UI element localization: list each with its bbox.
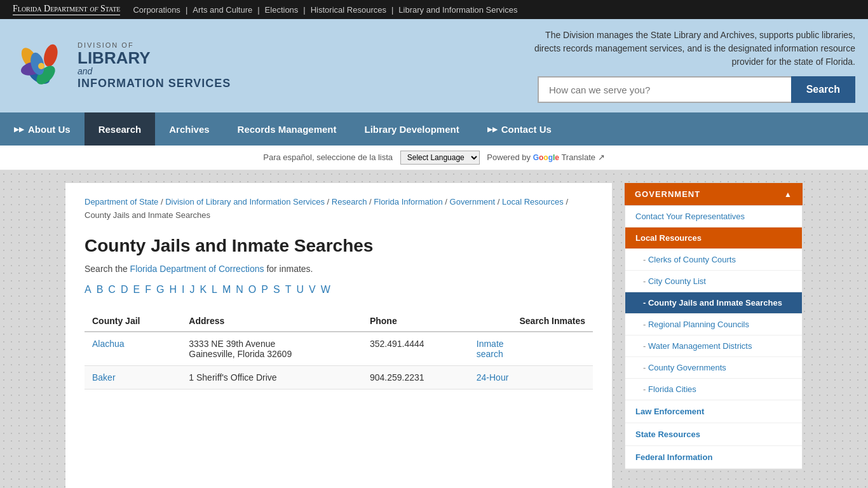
alpha-w[interactable]: W [321,284,330,295]
jail-search-baker: 24-Hour [469,366,593,390]
sidebar-water-management[interactable]: Water Management Districts [625,336,802,357]
alpha-k[interactable]: K [200,284,207,295]
top-link-elections[interactable]: Elections [265,5,299,15]
sidebar-title-text: GOVERNMENT [635,189,700,199]
alpha-f[interactable]: F [145,284,151,295]
alpha-g[interactable]: G [156,284,164,295]
jail-address-baker: 1 Sheriff's Office Drive [181,366,362,390]
translate-text: Translate ↗ [561,152,604,162]
top-link-corporations[interactable]: Corporations [133,5,180,15]
nav-research[interactable]: Research [85,112,156,146]
sidebar-section-title[interactable]: GOVERNMENT ▲ [625,183,803,205]
breadcrumb-government[interactable]: Government [450,197,496,207]
alpha-links: A B C D E F G H I J K L M N O P S T U V [85,284,593,295]
alpha-m[interactable]: M [222,284,231,295]
search-input[interactable] [538,76,791,103]
col-search-inmates: Search Inmates [469,311,593,332]
header-right: The Division manages the State Library a… [256,29,855,103]
alpha-s[interactable]: S [273,284,280,295]
breadcrumb: Department of State / Division of Librar… [85,196,593,222]
sidebar-city-county[interactable]: City County List [625,271,802,292]
col-phone: Phone [362,311,469,332]
content-wrapper: Department of State / Division of Librar… [53,170,815,488]
page-subtitle: Search the Florida Department of Correct… [85,264,593,274]
svg-point-6 [38,63,44,69]
division-logo-icon [13,37,70,95]
search-button[interactable]: Search [791,76,855,103]
header-logo: DIVISION OF LIBRARY and INFORMATION SERV… [13,37,231,95]
sidebar-county-jails[interactable]: County Jails and Inmate Searches [625,292,802,314]
jail-address-alachua: 3333 NE 39th Avenue Gainesville, Florida… [181,332,362,366]
sidebar-regional-planning[interactable]: Regional Planning Councils [625,314,802,336]
breadcrumb-florida-info[interactable]: Florida Information [374,197,442,207]
alpha-d[interactable]: D [121,284,128,295]
alpha-h[interactable]: H [169,284,177,295]
top-bar: Florida Department of State Corporations… [0,0,868,19]
sidebar-local-resources[interactable]: Local Resources [625,227,802,249]
nav-contact-us[interactable]: ▶▶ Contact Us [473,112,566,146]
alpha-c[interactable]: C [108,284,116,295]
header: DIVISION OF LIBRARY and INFORMATION SERV… [0,19,868,112]
alpha-v[interactable]: V [309,284,316,295]
nav-library-development[interactable]: Library Development [350,112,473,146]
alpha-p[interactable]: P [261,284,268,295]
page-background: Department of State / Division of Librar… [0,170,868,488]
alpha-o[interactable]: O [248,284,256,295]
sidebar-contact-reps[interactable]: Contact Your Representatives [625,206,802,227]
google-logo: Google [533,153,562,162]
sidebar-florida-cities[interactable]: Florida Cities [625,379,802,400]
table-row: Alachua 3333 NE 39th Avenue Gainesville,… [85,332,593,366]
jail-name-alachua: Alachua [85,332,181,366]
breadcrumb-division[interactable]: Division of Library and Information Serv… [165,197,325,207]
breadcrumb-research[interactable]: Research [332,197,367,207]
col-county-jail: County Jail [85,311,181,332]
jail-link-baker[interactable]: Baker [92,372,116,383]
jail-phone-alachua: 352.491.4444 [362,332,469,366]
alpha-u[interactable]: U [296,284,304,295]
inmate-search-link-baker[interactable]: 24-Hour [477,372,509,383]
alpha-j[interactable]: J [189,284,194,295]
alpha-b[interactable]: B [97,284,104,295]
corrections-link[interactable]: Florida Department of Corrections [130,264,264,274]
and-label: and [78,66,231,77]
nav-about-us[interactable]: ▶▶ About Us [0,112,85,146]
alpha-i[interactable]: I [182,284,184,295]
chevron-up-icon: ▲ [784,190,792,199]
alpha-t[interactable]: T [285,284,292,295]
sidebar-county-govts[interactable]: County Governments [625,357,802,379]
search-bar: Search [538,76,855,103]
sidebar-nav: Contact Your Representatives Local Resou… [625,205,803,470]
alpha-e[interactable]: E [133,284,140,295]
sidebar-state-resources[interactable]: State Resources [625,423,802,446]
breadcrumb-current: County Jails and Inmate Searches [85,210,210,220]
main-content: Department of State / Division of Librar… [65,183,612,488]
inmate-search-link-alachua[interactable]: Inmatesearch [477,339,504,359]
about-us-arrow: ▶▶ [14,126,24,133]
page-title: County Jails and Inmate Searches [85,235,593,257]
translation-bar: Para español, seleccione de la lista Sel… [0,146,868,170]
alpha-n[interactable]: N [236,284,243,295]
sidebar-law-enforcement[interactable]: Law Enforcement [625,400,802,423]
logo-text: DIVISION OF LIBRARY and INFORMATION SERV… [78,41,231,91]
col-address: Address [181,311,362,332]
language-select[interactable]: Select Language [400,151,480,165]
contact-us-arrow: ▶▶ [487,126,498,133]
county-jails-table: County Jail Address Phone Search Inmates… [85,311,593,390]
top-link-historical[interactable]: Historical Resources [311,5,386,15]
sidebar-federal-info[interactable]: Federal Information [625,446,802,469]
sidebar-clerks[interactable]: Clerks of County Courts [625,249,802,271]
top-bar-links: Corporations | Arts and Culture | Electi… [133,5,517,15]
jail-link-alachua[interactable]: Alachua [92,339,125,349]
breadcrumb-dept-state[interactable]: Department of State [85,197,158,207]
top-link-arts[interactable]: Arts and Culture [193,5,252,15]
alpha-l[interactable]: L [212,284,217,295]
nav-records-management[interactable]: Records Management [224,112,351,146]
sidebar: GOVERNMENT ▲ Contact Your Representative… [625,183,803,488]
top-link-library[interactable]: Library and Information Services [398,5,517,15]
library-label: LIBRARY [78,50,231,66]
header-description: The Division manages the State Library a… [525,29,855,69]
nav-archives[interactable]: Archives [155,112,223,146]
svg-point-1 [42,43,60,68]
breadcrumb-local-resources[interactable]: Local Resources [502,197,564,207]
alpha-a[interactable]: A [85,284,92,295]
